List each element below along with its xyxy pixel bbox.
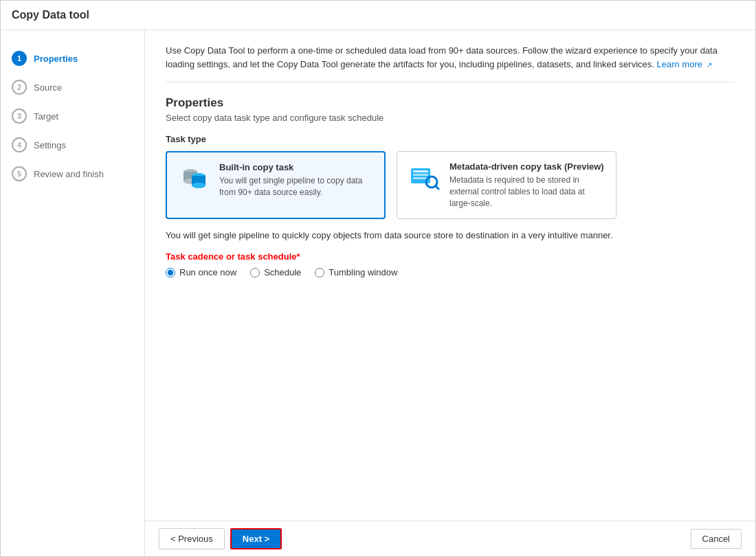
properties-section: Properties Select copy data task type an… xyxy=(166,96,735,277)
radio-schedule[interactable]: Schedule xyxy=(250,267,301,277)
task-card-builtin[interactable]: Built-in copy task You will get single p… xyxy=(166,151,386,219)
cancel-button[interactable]: Cancel xyxy=(691,529,742,549)
sidebar-item-source[interactable]: 2 Source xyxy=(1,73,144,102)
step-circle-4: 4 xyxy=(12,137,27,152)
sidebar-item-properties[interactable]: 1 Properties xyxy=(1,44,144,73)
builtin-card-desc: You will get single pipeline to copy dat… xyxy=(219,175,373,198)
step-circle-1: 1 xyxy=(12,51,27,66)
svg-point-5 xyxy=(192,183,205,188)
radio-tumbling-input[interactable] xyxy=(315,268,324,277)
radio-run-once[interactable]: Run once now xyxy=(166,267,236,277)
window-title: Copy Data tool xyxy=(12,9,744,21)
step-circle-2: 2 xyxy=(12,80,27,95)
task-card-metadata[interactable]: Metadata-driven copy task (Preview) Meta… xyxy=(397,151,616,219)
cadence-radio-group: Run once now Schedule Tumbling window xyxy=(166,267,735,277)
sidebar-label-target: Target xyxy=(34,111,58,122)
section-subtitle: Select copy data task type and configure… xyxy=(166,113,735,123)
sidebar-label-properties: Properties xyxy=(34,54,78,64)
cadence-label: Task cadence or task schedule* xyxy=(166,251,735,262)
sidebar-item-settings[interactable]: 4 Settings xyxy=(1,130,144,159)
step-circle-5: 5 xyxy=(12,166,27,181)
sidebar-label-settings: Settings xyxy=(34,140,66,150)
main-panel: Use Copy Data Tool to perform a one-time… xyxy=(145,30,755,556)
task-cards-container: Built-in copy task You will get single p… xyxy=(166,151,735,219)
radio-schedule-label: Schedule xyxy=(264,267,301,277)
intro-section: Use Copy Data Tool to perform a one-time… xyxy=(166,44,735,82)
sidebar-label-source: Source xyxy=(34,82,62,93)
radio-run-once-label: Run once now xyxy=(179,267,236,277)
sidebar-label-review: Review and finish xyxy=(34,169,104,179)
builtin-icon xyxy=(178,162,211,195)
intro-text: Use Copy Data Tool to perform a one-time… xyxy=(166,45,718,69)
footer-nav-buttons: < Previous Next > xyxy=(159,528,282,549)
builtin-card-title: Built-in copy task xyxy=(219,162,373,172)
external-link-icon: ↗ xyxy=(707,61,712,69)
sidebar-item-target[interactable]: 3 Target xyxy=(1,102,144,130)
metadata-card-title: Metadata-driven copy task (Preview) xyxy=(449,161,605,172)
metadata-icon xyxy=(408,161,441,194)
sidebar: 1 Properties 2 Source 3 Target 4 Setting… xyxy=(1,30,145,556)
builtin-card-text: Built-in copy task You will get single p… xyxy=(219,162,373,198)
task-description: You will get single pipeline to quickly … xyxy=(166,230,735,240)
svg-rect-8 xyxy=(413,174,428,176)
svg-rect-7 xyxy=(413,170,428,172)
metadata-card-desc: Metadata is required to be stored in ext… xyxy=(449,174,605,209)
title-bar: Copy Data tool xyxy=(1,1,755,30)
radio-run-once-input[interactable] xyxy=(166,268,175,277)
footer: < Previous Next > Cancel xyxy=(145,521,755,556)
metadata-card-text: Metadata-driven copy task (Preview) Meta… xyxy=(449,161,605,209)
next-button[interactable]: Next > xyxy=(230,528,282,549)
section-title: Properties xyxy=(166,96,735,110)
main-content: Use Copy Data Tool to perform a one-time… xyxy=(145,30,755,521)
radio-schedule-input[interactable] xyxy=(250,268,260,277)
radio-tumbling[interactable]: Tumbling window xyxy=(315,267,397,277)
learn-more-link[interactable]: Learn more ↗ xyxy=(656,59,711,69)
radio-tumbling-label: Tumbling window xyxy=(329,267,397,277)
step-circle-3: 3 xyxy=(12,109,27,124)
previous-button[interactable]: < Previous xyxy=(159,528,225,549)
sidebar-item-review[interactable]: 5 Review and finish xyxy=(1,159,144,188)
task-type-label: Task type xyxy=(166,134,735,144)
svg-line-11 xyxy=(436,186,438,189)
